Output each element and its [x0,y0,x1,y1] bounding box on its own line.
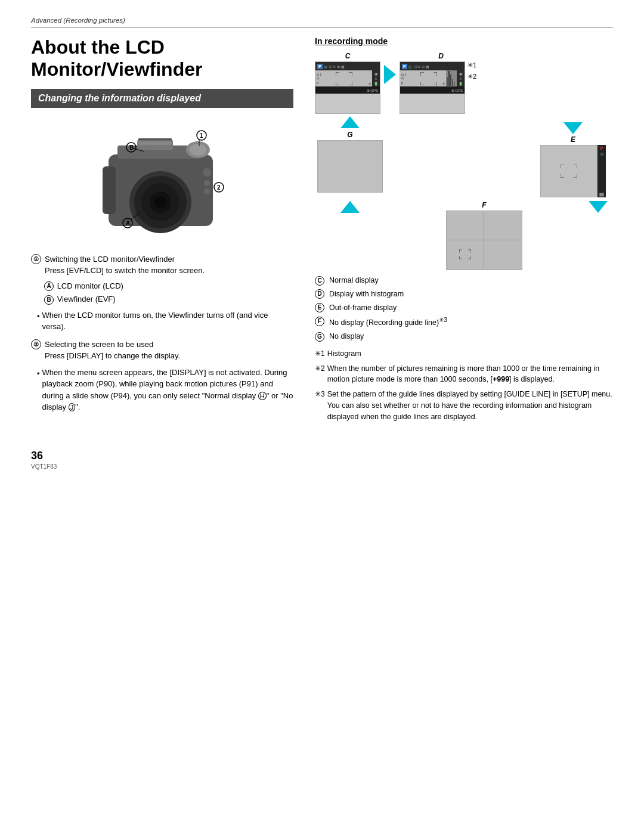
section-header: Changing the information displayed [31,89,293,108]
p-badge: P [317,64,323,69]
bottom-left-icon: P [317,82,318,85]
focus-brackets-d [420,72,437,85]
screen-C-topbar: P ◎ ⊡ ≋ ⊞ ▦ [315,62,380,70]
star1-sym: ✳1 [315,348,325,360]
item-1-text: ① Switching the LCD monitor/Viewfinder S… [45,253,205,277]
right-arrow-icon [384,65,396,84]
bullet-dot-1: • [37,311,40,333]
grid-cell-bl [447,240,484,270]
svg-point-12 [203,168,211,176]
circle-E: E [315,302,326,314]
screen-D-col: D P ◎ ⊡ ≋ ⊞ ▦ ⊟ 1⊡ [400,52,476,114]
model-code: VQT1F83 [31,463,613,470]
p-badge-d: P [402,64,407,69]
side-battery-d: ▓ [460,82,462,85]
screen-E [540,145,597,197]
circle-F: F [315,315,326,329]
svg-point-10 [190,144,206,156]
brackets-svg-f [459,249,471,259]
left-info-d: ⊟ 1⊡ [401,73,406,80]
asterisk-3: ✳3 Set the pattern of the guide lines di… [315,389,613,422]
star3-sym: ✳3 [315,389,325,422]
battery-icon-d: ▓ [460,82,462,85]
icon-e1: ◎ [600,151,603,156]
label-G: G [347,131,352,139]
svg-text:1: 1 [200,132,203,139]
legend-G: G No display [315,331,613,342]
num-2-circle: ② [31,339,41,349]
screen-C-body: ⊟ 1⊡ [315,70,380,86]
brackets-svg-d [420,72,437,85]
screen-D-main: ⊟ 1⊡ [400,70,457,86]
p-badge-e: P [600,146,603,150]
legend-E: E Out-of-frame display [315,302,613,314]
side-icon-1: ▣ [374,72,378,76]
down-arrow-icon [564,122,583,134]
label-E: E [571,135,575,144]
page-footer: 36 VQT1F83 [31,450,613,470]
screen-C-bottom: ⊕ GPS [315,86,380,94]
legend-F: F No display (Recording guide line)✳3 [315,315,613,329]
circle-D: D [315,289,326,300]
down-arrow-D: E [540,116,606,197]
label-F: F [482,201,486,209]
label-D-pos: D [438,52,444,60]
circle-G: G [315,331,326,342]
top-rule [31,27,613,28]
focus-brackets-e [561,165,577,178]
scene-icon-d: ◎ [408,64,411,69]
star2-label: ✳2 [467,73,476,80]
down-arrow-from-E [583,201,613,213]
circle-C: C [315,275,326,286]
camera-diagram: B 1 2 A [31,119,293,244]
camera-svg: B 1 2 A [85,119,240,238]
bottom-right: ⊕ [369,82,371,85]
two-column-layout: About the LCD Monitor/Viewfinder Changin… [31,36,613,426]
focus-brackets [336,72,352,85]
bullet-2: • When the menu screen appears, the [DIS… [37,367,293,413]
svg-point-14 [204,188,210,194]
svg-text:B: B [129,144,134,151]
middle-row: G E [315,116,613,197]
page-number: 36 [31,450,613,462]
grid-cell-br [484,240,522,270]
right-arrows-col: E [385,116,613,197]
legend-D: D Display with histogram [315,289,613,300]
left-arrows-G: G [315,116,385,193]
screen-D-bottom: ⊕ GPS [400,86,465,94]
svg-point-13 [204,180,210,186]
hist-bar-5 [454,82,455,86]
star-labels: ✳1 ✳2 [465,61,476,90]
item-1: ① ① Switching the LCD monitor/Viewfinder… [31,253,293,277]
screen-D-topbar: P ◎ ⊡ ≋ ⊞ ▦ [400,62,465,70]
label-b: B Viewfinder (EVF) [44,295,293,305]
page-title: About the LCD Monitor/Viewfinder [31,36,293,80]
diagram-area: C P ◎ ⊡ ≋ ⊞ ▦ ⊟ 1⊡ [315,52,613,270]
item-2: ② Selecting the screen to be usedPress [… [31,339,293,362]
screen-E-wrap: P ◎ ▓▓ [540,145,606,197]
asterisk-1: ✳1 Histogram [315,348,613,360]
icons-row: ⊡ ≋ ⊞ ▦ [329,64,345,69]
bullet-1: • When the LCD monitor turns on, the Vie… [37,309,293,333]
bottom-text: ⊕ GPS [367,88,378,92]
battery-icon: ▓ [375,82,377,85]
hist-bar-2 [448,71,450,86]
page: Advanced (Recording pictures) About the … [0,0,644,833]
arrow-C-to-D [380,52,400,84]
star2-sym: ✳2 [315,363,325,386]
brackets-svg-e [561,165,577,178]
side-icon-2: ≡ [375,77,377,80]
side-icon-2d: ≡ [460,77,462,80]
svg-point-6 [154,196,166,208]
screen-E-rightpanel: P ◎ ▓▓ [597,145,606,197]
battery-e: ▓▓ [599,193,603,196]
item-2-text: Selecting the screen to be usedPress [DI… [45,339,180,362]
top-screens-row: C P ◎ ⊡ ≋ ⊞ ▦ ⊟ 1⊡ [315,52,613,114]
hist-bar-1 [447,77,448,86]
left-info: ⊟ 1⊡ [317,73,321,80]
right-column: In recording mode C P ◎ ⊡ ≋ ⊞ ▦ [315,36,613,426]
svg-text:2: 2 [217,184,221,191]
label-a: A LCD monitor (LCD) [44,281,293,292]
bullet-dot-2: • [37,368,40,413]
star1-label: ✳1 [467,61,476,69]
